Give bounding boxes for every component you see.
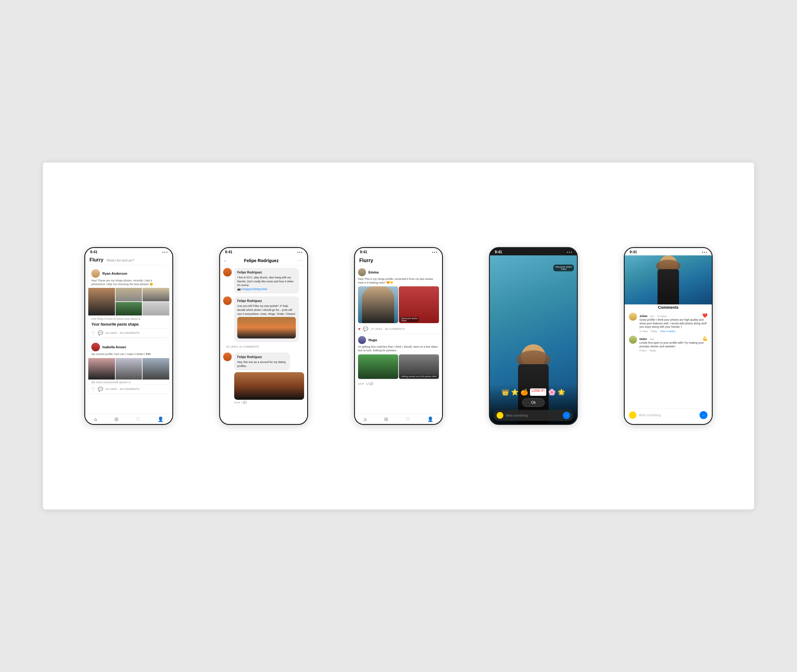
chat-sender-3: Felipe Rodríguez [237, 355, 287, 359]
phone5-person [653, 255, 683, 304]
phone4-location: Vancouver and/orTokyo [553, 264, 574, 271]
phone5-status-bar: 9:41 ▪ ▪ ▪ [625, 248, 712, 255]
phone3-hugo-photos: Getting sucked out of the phone toilet [358, 354, 439, 379]
phone3-nav-heart[interactable]: ♡ [406, 416, 410, 422]
chat-text-2: Can you tell if like my new jacket? :P h… [237, 304, 296, 316]
phone3-post2-header: Hugo [358, 336, 439, 344]
phone4-content: Vancouver and/orTokyo 👑 ⭐ 🍊 LOVE IT! 🌸 🌟 [490, 255, 577, 424]
nav-search-icon[interactable]: ⊞ [114, 416, 118, 422]
helen-likes-count: 8 likes [639, 349, 647, 352]
nav-home-icon[interactable]: ⌂ [94, 417, 97, 422]
post1-actions: ♡ 💬 10 LIKES 48 COMMENTS [88, 328, 169, 337]
phone5-comments-section: Comments Julian 22h +9 others ❤️ [625, 301, 712, 424]
phone3-like-icon[interactable]: ♥ [358, 326, 360, 331]
post2-comment-icon[interactable]: 💬 [98, 387, 103, 392]
back-button[interactable]: ‹ [224, 258, 226, 263]
chat-bubble-3-wrapper: Felipe Rodríguez Hey, this one as a seco… [234, 352, 304, 404]
phone4-time: 9:41 [495, 250, 502, 254]
chat-msg-3: Felipe Rodríguez Hey, this one as a seco… [223, 352, 304, 404]
sticker-flower: 🌸 [548, 389, 556, 396]
phone3-hugo-text: Im getting less matches than I think I s… [358, 345, 439, 352]
julian-avatar [629, 313, 637, 321]
more-options-icon[interactable]: ··· [297, 258, 303, 263]
post2-likes: 10 LIKES [106, 387, 117, 390]
nav-profile-icon[interactable]: 👤 [158, 416, 164, 422]
phone1-title-text: Flurry [90, 257, 103, 262]
phone3-emma-photo1 [358, 286, 398, 323]
phone2-time: 9:41 [225, 250, 232, 254]
post2-like-icon[interactable]: ♡ [91, 387, 95, 392]
phone2-header: ‹ Felipe Rodríguez ··· [220, 255, 307, 266]
phone3-nav-home[interactable]: ⌂ [363, 417, 366, 422]
comment-item-helen: Helen 43m 💪 Lovely first open to your pr… [629, 336, 707, 352]
post1-comment-icon[interactable]: 💬 [98, 331, 103, 335]
phone3-emma-avatar [358, 268, 366, 276]
ok-button[interactable]: Ok [522, 398, 544, 407]
julian-time: 22h [650, 315, 654, 318]
phone3-status-bar: 9:41 ▪ ▪ ▪ [355, 248, 442, 255]
sticker-love-it: LOVE IT! [530, 389, 546, 396]
phone4-comment-input[interactable]: Write something [506, 414, 560, 417]
phone5-send-btn[interactable]: → [699, 411, 707, 419]
phone3-content: Flurry Emma Hey! This is my Hinge profil… [355, 255, 442, 424]
phone3-post2: Hugo Im getting less matches than I thin… [355, 334, 442, 387]
sticker-crown: 👑 [501, 389, 509, 396]
phone4-ok-wrapper: Ok [493, 398, 573, 407]
julian-comment-body: Julian 22h +9 others ❤️ Great profile! I… [639, 313, 707, 333]
phone3-post2-actions: 16 ♥ 12 💬 [358, 380, 439, 386]
chat-sender-1: Felipe Rodríguez [237, 270, 296, 275]
phone5-comments-title: Comments [629, 305, 707, 310]
phone2-status-bar: 9:41 ▪ ▪ ▪ [220, 248, 307, 255]
helen-actions: 8 likes Reply [639, 349, 707, 352]
phone5-icons: ▪ ▪ ▪ [702, 250, 707, 254]
chat-bubble-3: Felipe Rodríguez Hey, this one as a seco… [234, 352, 290, 370]
phone4-overlay: 👑 ⭐ 🍊 LOVE IT! 🌸 🌟 Ok [490, 384, 577, 424]
phone4-send-btn[interactable]: → [563, 412, 570, 419]
phone1-bottom-nav: ⌂ ⊞ ♡ 👤 [85, 414, 172, 424]
chat-text-3: Hey, this one as a second for my dating … [237, 360, 287, 368]
post1-photo-3 [142, 288, 169, 301]
phone3-post1-header: Emma [358, 268, 439, 276]
julian-reply-btn[interactable]: Reply [651, 330, 657, 333]
phone1-content: Flurry What's the best pic? Ryan Anderso… [85, 255, 172, 424]
sticker-star: ⭐ [511, 389, 519, 396]
julian-text: Great profile! I think your photos are h… [639, 318, 707, 329]
post1-like-icon[interactable]: ♡ [91, 331, 95, 335]
post2-actions: ♡ 💬 10 LIKES 48 COMMENTS [88, 384, 169, 393]
phone3-emma-photos: Vancouver and/orTokyo [358, 286, 439, 323]
phone4-stickers-row: 👑 ⭐ 🍊 LOVE IT! 🌸 🌟 [493, 389, 573, 396]
post-card-2: Isabella Ansari My current profile, how … [88, 340, 169, 393]
phone3-post2-comments: 12 💬 [366, 382, 373, 386]
post2-photo-3 [142, 358, 169, 379]
post1-avatar [91, 269, 100, 278]
phone5-input-avatar [629, 411, 636, 419]
post2-header: Isabella Ansari [88, 340, 169, 352]
phone-5: 9:41 ▪ ▪ ▪ Comments [624, 247, 713, 425]
post2-username: Isabella Ansari [102, 345, 126, 349]
phone3-comment-icon[interactable]: 💬 [363, 326, 368, 331]
post1-caption: One thing I'd love to know more about is [88, 315, 169, 322]
phone3-nav-search[interactable]: ⊞ [384, 416, 388, 422]
julian-view-replies[interactable]: View 3 replies [660, 330, 675, 333]
chat-avatar-2 [223, 296, 232, 305]
phone5-content: Comments Julian 22h +9 others ❤️ [625, 255, 712, 424]
phone3-nav-profile[interactable]: 👤 [427, 416, 434, 422]
phone1-icons: ▪ ▪ ▪ [162, 250, 167, 254]
helen-reply-btn[interactable]: Reply [650, 349, 656, 352]
post1-photo-2 [115, 288, 142, 301]
phone4-photo-area: Vancouver and/orTokyo 👑 ⭐ 🍊 LOVE IT! 🌸 🌟 [490, 255, 577, 424]
post2-text: My current profile, how can I make it be… [88, 352, 169, 358]
post2-comments: 48 COMMENTS [120, 387, 139, 390]
phone4-comment-avatar [496, 412, 503, 419]
helen-comment-body: Helen 43m 💪 Lovely first open to your pr… [639, 336, 707, 352]
phone5-photo [625, 255, 712, 304]
phone3-hugo-photo1 [358, 354, 398, 379]
nav-heart-icon[interactable]: ♡ [136, 416, 140, 422]
post2-photos [88, 358, 169, 379]
chat-bubble-1: Felipe Rodríguez I live in NYC, play dru… [234, 268, 299, 293]
chat-comments: 31 COMMENTS [239, 345, 259, 348]
phone5-input-field[interactable]: Write something [639, 414, 697, 417]
canvas: Feed Options 9:41 ▪ ▪ ▪ Flurry What's th… [0, 0, 797, 672]
post-card-1: Ryan Anderson Hey! These are my Hinge ph… [88, 267, 169, 337]
post2-photo-2 [115, 358, 142, 379]
